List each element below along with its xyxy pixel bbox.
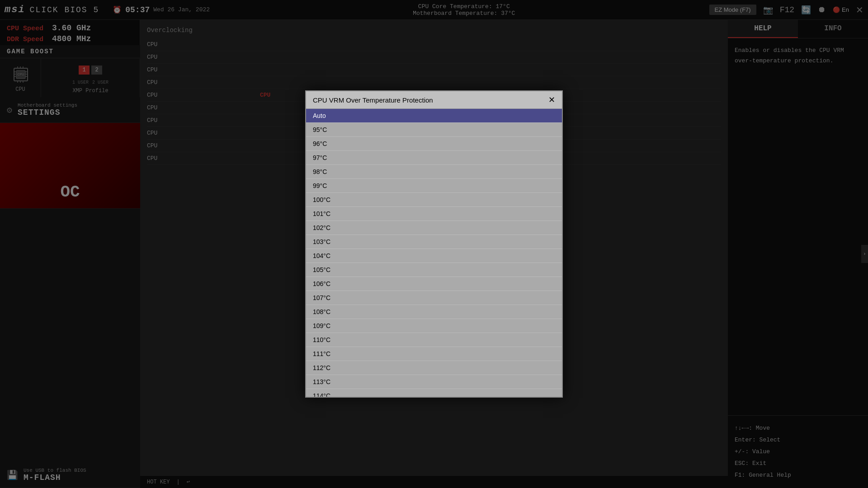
modal-overlay: CPU VRM Over Temperature Protection ✕ Au…: [0, 0, 868, 488]
cpu-vrm-modal: CPU VRM Over Temperature Protection ✕ Au…: [305, 90, 563, 398]
modal-list-item[interactable]: 106°C: [306, 277, 562, 291]
modal-list-item[interactable]: 111°C: [306, 347, 562, 361]
modal-header: CPU VRM Over Temperature Protection ✕: [306, 91, 562, 109]
modal-list-item[interactable]: 108°C: [306, 305, 562, 319]
modal-list-item[interactable]: 98°C: [306, 165, 562, 179]
modal-list-item[interactable]: 99°C: [306, 179, 562, 193]
modal-list-item[interactable]: 110°C: [306, 333, 562, 347]
modal-list-item[interactable]: 101°C: [306, 207, 562, 221]
modal-list-item[interactable]: Auto: [306, 109, 562, 123]
modal-list-item[interactable]: 112°C: [306, 361, 562, 375]
modal-list-item[interactable]: 114°C: [306, 389, 562, 397]
modal-list-item[interactable]: 102°C: [306, 221, 562, 235]
modal-list-item[interactable]: 104°C: [306, 249, 562, 263]
modal-list-item[interactable]: 107°C: [306, 291, 562, 305]
modal-list-item[interactable]: 97°C: [306, 151, 562, 165]
modal-list-item[interactable]: 105°C: [306, 263, 562, 277]
modal-list-item[interactable]: 113°C: [306, 375, 562, 389]
modal-list[interactable]: Auto95°C96°C97°C98°C99°C100°C101°C102°C1…: [306, 109, 562, 397]
modal-list-item[interactable]: 100°C: [306, 193, 562, 207]
modal-list-item[interactable]: 103°C: [306, 235, 562, 249]
modal-close-button[interactable]: ✕: [548, 96, 555, 104]
modal-list-item[interactable]: 109°C: [306, 319, 562, 333]
modal-title: CPU VRM Over Temperature Protection: [313, 96, 433, 104]
modal-list-item[interactable]: 95°C: [306, 123, 562, 137]
modal-list-item[interactable]: 96°C: [306, 137, 562, 151]
modal-list-container: Auto95°C96°C97°C98°C99°C100°C101°C102°C1…: [306, 109, 562, 397]
